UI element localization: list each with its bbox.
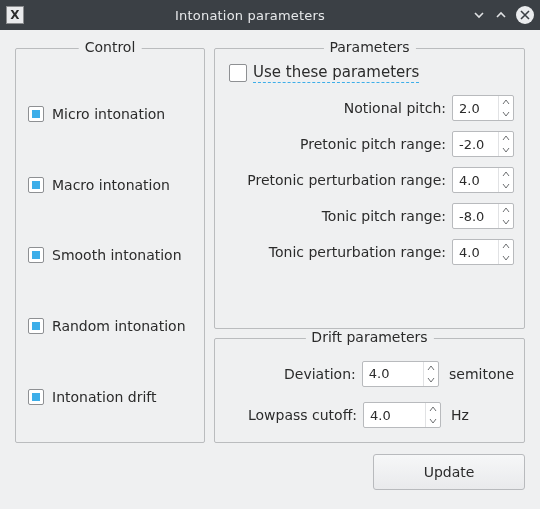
window-title: Intonation parameters [28, 8, 472, 23]
field-pretonic-perturbation-range: Pretonic perturbation range: 4.0 [225, 167, 514, 193]
window-controls [472, 6, 534, 24]
control-list: Micro intonation Macro intonation Smooth… [28, 79, 192, 432]
spin-value[interactable]: 4.0 [364, 403, 425, 427]
checkbox-icon[interactable] [229, 64, 247, 82]
checkbox-icon[interactable] [28, 389, 44, 405]
field-tonic-pitch-range: Tonic pitch range: -8.0 [225, 203, 514, 229]
spin-value[interactable]: -8.0 [453, 204, 498, 228]
checkbox-icon[interactable] [28, 106, 44, 122]
field-label: Pretonic pitch range: [225, 136, 446, 152]
field-label: Tonic pitch range: [225, 208, 446, 224]
use-parameters-label: Use these parameters [253, 63, 419, 83]
control-item-label: Macro intonation [52, 177, 170, 193]
spin-up-icon[interactable] [499, 204, 513, 216]
drift-body: Deviation: 4.0 semitone Lowpass cutoff: … [225, 357, 514, 432]
tonic-perturbation-range-stepper[interactable]: 4.0 [452, 239, 514, 265]
control-item-label: Smooth intonation [52, 247, 182, 263]
spin-down-icon[interactable] [499, 108, 513, 120]
parameters-groupbox: Parameters Use these parameters Notional… [214, 48, 525, 329]
pretonic-perturbation-range-stepper[interactable]: 4.0 [452, 167, 514, 193]
drift-groupbox: Drift parameters Deviation: 4.0 semitone… [214, 338, 525, 443]
field-label: Tonic perturbation range: [225, 244, 446, 260]
spin-up-icon[interactable] [499, 132, 513, 144]
control-item-label: Intonation drift [52, 389, 156, 405]
spin-buttons [498, 132, 513, 156]
spin-buttons [498, 168, 513, 192]
lowpass-unit: Hz [447, 407, 469, 423]
control-item-random[interactable]: Random intonation [28, 318, 192, 334]
control-title: Control [79, 39, 142, 55]
checkbox-icon[interactable] [28, 318, 44, 334]
field-label: Deviation: [225, 366, 356, 382]
pretonic-pitch-range-stepper[interactable]: -2.0 [452, 131, 514, 157]
drift-title: Drift parameters [305, 329, 433, 345]
field-label: Lowpass cutoff: [225, 407, 357, 423]
spin-value[interactable]: 2.0 [453, 96, 498, 120]
spin-down-icon[interactable] [499, 180, 513, 192]
spin-up-icon[interactable] [499, 240, 513, 252]
spin-value[interactable]: 4.0 [453, 168, 498, 192]
spin-down-icon[interactable] [499, 144, 513, 156]
notional-pitch-stepper[interactable]: 2.0 [452, 95, 514, 121]
spin-down-icon[interactable] [426, 415, 440, 427]
spin-up-icon[interactable] [426, 403, 440, 415]
close-icon[interactable] [516, 6, 534, 24]
spin-buttons [423, 362, 438, 386]
titlebar: X Intonation parameters [0, 0, 540, 30]
spin-down-icon[interactable] [424, 374, 438, 386]
checkbox-icon[interactable] [28, 177, 44, 193]
spin-up-icon[interactable] [499, 168, 513, 180]
control-item-label: Micro intonation [52, 106, 165, 122]
spin-buttons [425, 403, 440, 427]
drift-lowpass-row: Lowpass cutoff: 4.0 Hz [225, 402, 514, 428]
client-area: Control Micro intonation Macro intonatio… [0, 30, 540, 509]
lowpass-cutoff-stepper[interactable]: 4.0 [363, 402, 441, 428]
control-item-drift[interactable]: Intonation drift [28, 389, 192, 405]
spin-value[interactable]: 4.0 [453, 240, 498, 264]
control-item-macro[interactable]: Macro intonation [28, 177, 192, 193]
field-tonic-perturbation-range: Tonic perturbation range: 4.0 [225, 239, 514, 265]
field-pretonic-pitch-range: Pretonic pitch range: -2.0 [225, 131, 514, 157]
spin-buttons [498, 96, 513, 120]
spin-down-icon[interactable] [499, 252, 513, 264]
app-icon: X [6, 6, 24, 24]
field-label: Pretonic perturbation range: [225, 172, 446, 188]
app-icon-letter: X [10, 8, 19, 22]
update-button-label: Update [424, 464, 475, 480]
parameters-title: Parameters [323, 39, 415, 55]
spin-up-icon[interactable] [424, 362, 438, 374]
parameters-body: Use these parameters Notional pitch: 2.0… [225, 63, 514, 318]
spin-down-icon[interactable] [499, 216, 513, 228]
checkbox-icon[interactable] [28, 247, 44, 263]
deviation-stepper[interactable]: 4.0 [362, 361, 439, 387]
control-item-smooth[interactable]: Smooth intonation [28, 247, 192, 263]
spin-value[interactable]: -2.0 [453, 132, 498, 156]
control-item-micro[interactable]: Micro intonation [28, 106, 192, 122]
minimize-icon[interactable] [472, 8, 486, 22]
spin-buttons [498, 204, 513, 228]
field-label: Notional pitch: [225, 100, 446, 116]
spin-up-icon[interactable] [499, 96, 513, 108]
spin-buttons [498, 240, 513, 264]
update-button[interactable]: Update [373, 454, 525, 490]
deviation-unit: semitone [445, 366, 514, 382]
spin-value[interactable]: 4.0 [363, 362, 423, 386]
use-parameters-row[interactable]: Use these parameters [225, 63, 514, 83]
field-notional-pitch: Notional pitch: 2.0 [225, 95, 514, 121]
control-item-label: Random intonation [52, 318, 186, 334]
control-groupbox: Control Micro intonation Macro intonatio… [15, 48, 205, 443]
tonic-pitch-range-stepper[interactable]: -8.0 [452, 203, 514, 229]
drift-deviation-row: Deviation: 4.0 semitone [225, 361, 514, 387]
maximize-icon[interactable] [494, 8, 508, 22]
